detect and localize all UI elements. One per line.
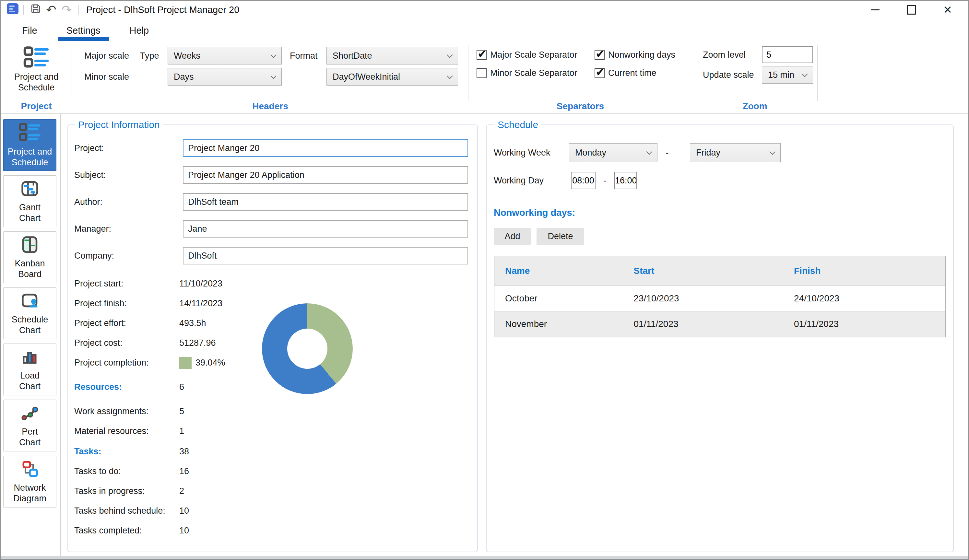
pert-chart-icon [19, 403, 40, 427]
major-scale-separator-checkbox[interactable] [476, 50, 486, 60]
sidebar-item-load-chart[interactable]: Load Chart [3, 344, 57, 395]
sidebar-item-schedule-chart[interactable]: Schedule Chart [3, 287, 57, 339]
minor-scale-format-dropdown[interactable]: DayOfWeekInitial [326, 68, 458, 86]
stat-tasks-completed: Tasks completed: 10 [74, 521, 477, 540]
working-day-row: Working Day - [494, 172, 946, 189]
update-scale-row: Update scale 15 min [703, 66, 817, 84]
stat-label: Project finish: [74, 299, 179, 309]
menu-help[interactable]: Help [125, 20, 154, 41]
update-scale-dropdown[interactable]: 15 min [762, 66, 813, 84]
column-header-finish[interactable]: Finish [783, 256, 946, 286]
menu-settings[interactable]: Settings [62, 20, 105, 41]
headers-row-minor: Minor scale Days DayOfWeekInitial [84, 68, 468, 86]
sidebar-item-kanban-board[interactable]: Kanban Board [3, 231, 57, 283]
redo-button[interactable]: ↷ [59, 2, 75, 18]
sidebar-item-project-and-schedule[interactable]: Project and Schedule [3, 119, 57, 171]
author-field-label: Author: [74, 197, 183, 207]
save-button[interactable] [28, 2, 43, 18]
sidebar-item-pert-chart[interactable]: Pert Chart [3, 400, 57, 452]
column-header-start[interactable]: Start [623, 256, 783, 286]
sidebar-item-label: Chart [19, 213, 40, 224]
working-week-from-dropdown[interactable]: Monday [569, 143, 658, 162]
cell-name: November [494, 311, 623, 337]
headers-row-major: Major scale Type Weeks Format ShortDate [84, 47, 468, 65]
delete-button[interactable]: Delete [536, 228, 584, 245]
author-field[interactable] [183, 193, 468, 211]
stat-value: 493.5h [179, 318, 206, 328]
working-week-to-dropdown[interactable]: Friday [690, 143, 781, 162]
sidebar-item-label: Network [13, 482, 46, 493]
minor-scale-separator-checkbox[interactable] [476, 68, 486, 78]
major-scale-label: Major scale [84, 51, 140, 61]
subject-field[interactable] [183, 166, 468, 184]
stat-label: Material resources: [74, 426, 179, 436]
minor-scale-type-dropdown[interactable]: Days [168, 68, 282, 86]
sidebar-item-label: Gantt [19, 202, 40, 213]
undo-button[interactable]: ↶ [43, 2, 59, 18]
save-icon [30, 3, 42, 17]
working-week-to-value: Friday [696, 148, 720, 158]
nonworking-days-checkbox[interactable] [594, 50, 604, 60]
nonworking-days-table: Name Start Finish October 23/10/2023 24/… [494, 256, 946, 337]
main-panel: Project Information Project: Subject: Au… [61, 114, 968, 556]
stat-label: Tasks in progress: [74, 486, 179, 496]
window-bottom-edge [1, 556, 968, 559]
current-time-checkbox[interactable] [594, 68, 604, 78]
working-week-label: Working Week [494, 148, 569, 158]
project-field-label: Project: [74, 143, 183, 153]
cell-finish: 24/10/2023 [783, 286, 946, 311]
ribbon-group-label-separators: Separators [468, 101, 692, 111]
stat-project-finish: Project finish: 14/11/2023 [74, 294, 477, 313]
menu-file[interactable]: File [18, 20, 42, 41]
stat-tasks-in-progress: Tasks in progress: 2 [74, 481, 477, 501]
project-and-schedule-button-label-line2: Schedule [18, 82, 55, 93]
zoom-level-input[interactable] [762, 47, 813, 63]
zoom-level-row: Zoom level [703, 46, 817, 63]
sidebar-item-label: Chart [19, 437, 40, 448]
project-information-title: Project Information [75, 119, 163, 130]
major-scale-type-dropdown[interactable]: Weeks [168, 47, 282, 65]
form-row-project: Project: [74, 140, 477, 157]
column-header-name[interactable]: Name [494, 256, 623, 286]
stat-tasks: Tasks: 38 [74, 442, 477, 462]
minor-scale-label: Minor scale [84, 72, 168, 82]
manager-field[interactable] [183, 220, 468, 238]
current-time-checkbox-label: Current time [608, 68, 656, 78]
stat-label: Project completion: [74, 358, 179, 368]
ribbon: Project and Schedule Project Major scale… [1, 42, 968, 114]
working-day-separator: - [603, 176, 607, 186]
project-and-schedule-button[interactable]: Project and Schedule [1, 42, 72, 93]
network-diagram-icon [19, 459, 40, 482]
company-field-label: Company: [74, 251, 183, 261]
schedule-title: Schedule [494, 119, 541, 130]
project-field[interactable] [183, 140, 468, 157]
minor-scale-type-value: Days [174, 72, 194, 82]
add-button[interactable]: Add [494, 228, 531, 245]
working-week-from-value: Monday [575, 148, 606, 158]
ribbon-group-label-project: Project [1, 101, 72, 111]
project-information-panel: Project Information Project: Subject: Au… [67, 119, 478, 552]
working-day-end-input[interactable] [614, 172, 637, 189]
sidebar-item-label: Board [18, 269, 42, 280]
stat-work-assignments: Work assignments: 5 [74, 402, 477, 421]
form-row-company: Company: [74, 247, 477, 264]
sidebar-item-label: Diagram [13, 493, 47, 504]
ribbon-group-separators: Major Scale Separator Nonworking days Mi… [468, 42, 692, 113]
table-row[interactable]: October 23/10/2023 24/10/2023 [494, 286, 946, 311]
sidebar-item-network-diagram[interactable]: Network Diagram [3, 455, 57, 507]
schedule-chart-icon [19, 291, 40, 314]
minor-scale-format-value: DayOfWeekInitial [333, 72, 400, 82]
minimize-button[interactable] [865, 2, 885, 18]
window-title: Project - DlhSoft Project Manager 20 [86, 5, 239, 15]
table-row[interactable]: November 01/11/2023 01/11/2023 [494, 311, 946, 337]
cell-finish: 01/11/2023 [783, 311, 946, 337]
major-scale-format-dropdown[interactable]: ShortDate [326, 47, 458, 65]
maximize-button[interactable] [901, 2, 922, 18]
titlebar-divider [78, 5, 79, 15]
working-day-start-input[interactable] [571, 172, 596, 189]
stat-label: Project start: [74, 279, 179, 289]
stat-value: 10 [179, 506, 189, 516]
company-field[interactable] [183, 247, 468, 264]
close-button[interactable] [937, 2, 958, 18]
sidebar-item-gantt-chart[interactable]: Gantt Chart [3, 175, 57, 227]
